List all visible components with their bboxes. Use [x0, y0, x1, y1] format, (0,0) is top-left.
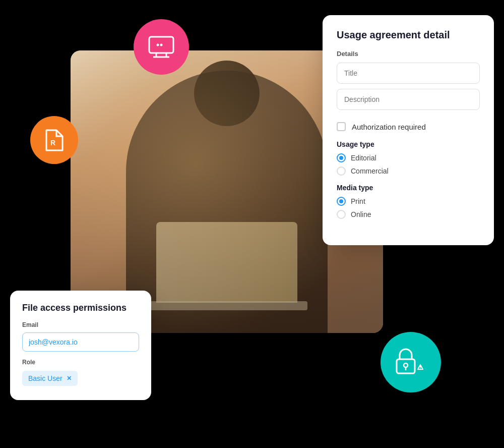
circle-teal [381, 332, 441, 393]
svg-point-4 [157, 44, 159, 46]
title-input[interactable] [337, 63, 480, 84]
media-type-print[interactable]: Print [337, 197, 480, 206]
svg-point-11 [420, 368, 421, 369]
svg-point-8 [404, 363, 408, 367]
details-label: Details [337, 50, 480, 58]
svg-text:R: R [50, 139, 55, 147]
email-label: Email [22, 321, 139, 328]
auth-required-row: Authorization required [337, 122, 480, 131]
email-input[interactable] [22, 332, 139, 352]
monitor-icon [147, 35, 175, 59]
print-label: Print [351, 197, 365, 205]
usage-type-editorial[interactable]: Editorial [337, 153, 480, 162]
scene: R Usage agreement detail Details Authori… [0, 0, 504, 448]
role-tag: Basic User ✕ [22, 371, 78, 386]
usage-type-label: Usage type [337, 140, 480, 148]
commercial-radio[interactable] [337, 166, 346, 176]
file-card-title: File access permissions [22, 303, 139, 313]
usage-type-group: Usage type Editorial Commercial [337, 140, 480, 176]
svg-rect-7 [397, 359, 415, 373]
file-icon: R [41, 127, 68, 153]
circle-pink [134, 19, 189, 75]
online-radio[interactable] [337, 210, 346, 219]
auth-required-label: Authorization required [352, 123, 426, 131]
role-label: Role [22, 359, 139, 366]
usage-agreement-card: Usage agreement detail Details Authoriza… [323, 15, 494, 245]
commercial-label: Commercial [351, 167, 389, 175]
editorial-radio[interactable] [337, 153, 346, 162]
svg-point-5 [160, 44, 163, 46]
auth-required-checkbox[interactable] [337, 122, 346, 131]
media-type-online[interactable]: Online [337, 210, 480, 219]
media-type-label: Media type [337, 184, 480, 192]
usage-type-commercial[interactable]: Commercial [337, 166, 480, 176]
lock-warning-icon [393, 347, 429, 377]
description-input[interactable] [337, 89, 480, 110]
usage-card-title: Usage agreement detail [337, 29, 480, 41]
print-radio[interactable] [337, 197, 346, 206]
online-label: Online [351, 210, 371, 218]
remove-role-button[interactable]: ✕ [67, 375, 72, 382]
media-type-group: Media type Print Online [337, 184, 480, 219]
circle-orange: R [30, 116, 78, 164]
file-access-card: File access permissions Email Role Basic… [10, 291, 151, 400]
editorial-label: Editorial [351, 154, 376, 162]
role-value: Basic User [28, 374, 62, 382]
